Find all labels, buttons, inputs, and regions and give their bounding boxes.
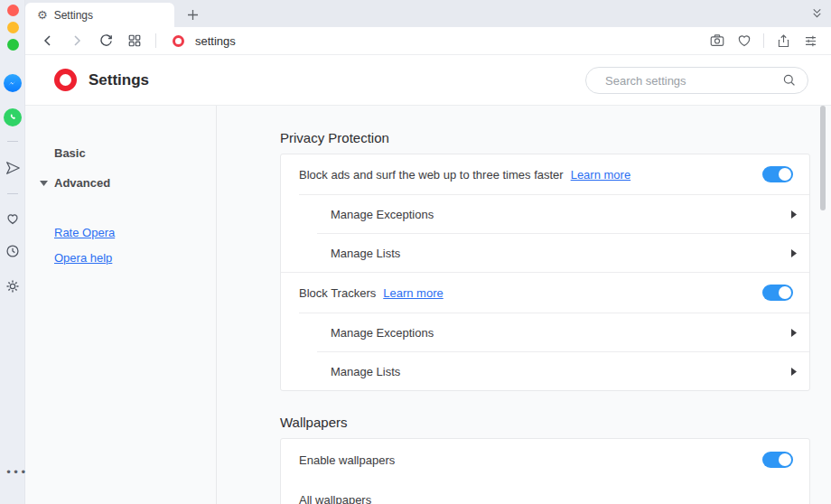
rail-divider xyxy=(7,193,18,194)
manage-lists-label: Manage Lists xyxy=(331,365,400,378)
chevron-down-icon xyxy=(40,181,48,186)
share-icon[interactable] xyxy=(771,29,795,52)
block-ads-toggle[interactable] xyxy=(762,166,793,182)
window-minimize-button[interactable] xyxy=(7,22,19,33)
toolbar-divider xyxy=(763,33,764,48)
my-flow-paper-plane-icon[interactable] xyxy=(4,159,22,177)
sidebar-rail: ••• xyxy=(0,0,25,504)
whatsapp-icon[interactable] xyxy=(4,108,22,126)
settings-nav: Basic Advanced Rate Opera Opera help xyxy=(25,106,217,504)
all-wallpapers-label: All wallpapers xyxy=(281,481,809,504)
search-icon[interactable] xyxy=(782,73,797,88)
tab-tiles-grid-icon[interactable] xyxy=(123,29,146,52)
settings-main: Privacy Protection Block ads and surf th… xyxy=(217,106,831,504)
easy-setup-sliders-icon[interactable] xyxy=(798,29,822,52)
block-ads-row: Block ads and surf the web up to three t… xyxy=(281,154,809,194)
address-opera-icon xyxy=(173,35,184,47)
history-clock-icon[interactable] xyxy=(4,242,22,260)
wallpapers-heading: Wallpapers xyxy=(280,415,810,430)
rate-opera-link[interactable]: Rate Opera xyxy=(54,226,115,239)
browser-toolbar: settings xyxy=(25,27,831,55)
new-tab-button[interactable] xyxy=(181,3,204,26)
page-title: Settings xyxy=(89,71,149,89)
more-ellipsis-icon[interactable]: ••• xyxy=(5,466,27,479)
manage-exceptions-row[interactable]: Manage Exceptions xyxy=(281,195,809,233)
reload-button[interactable] xyxy=(94,29,117,52)
nav-item-basic[interactable]: Basic xyxy=(54,146,86,160)
tab-menu-chevrons-icon[interactable] xyxy=(810,6,824,20)
rail-divider xyxy=(7,141,18,142)
chevron-right-icon xyxy=(791,329,797,337)
block-ads-label: Block ads and surf the web up to three t… xyxy=(299,168,564,182)
block-trackers-learn-more-link[interactable]: Learn more xyxy=(383,286,443,300)
opera-help-link[interactable]: Opera help xyxy=(54,251,112,265)
nav-item-advanced[interactable]: Advanced xyxy=(54,176,110,190)
messenger-icon[interactable] xyxy=(4,74,22,92)
privacy-protection-card: Block ads and surf the web up to three t… xyxy=(280,154,810,391)
block-trackers-toggle[interactable] xyxy=(762,285,793,301)
chevron-right-icon xyxy=(791,210,797,219)
block-trackers-row: Block Trackers Learn more xyxy=(281,273,809,313)
favorites-heart-icon[interactable] xyxy=(733,29,756,52)
address-bar-text[interactable]: settings xyxy=(195,34,236,48)
snapshot-camera-icon[interactable] xyxy=(705,29,729,52)
block-ads-learn-more-link[interactable]: Learn more xyxy=(571,168,630,182)
bookmarks-heart-icon[interactable] xyxy=(4,210,22,228)
block-trackers-label: Block Trackers xyxy=(299,286,376,300)
search-settings-input[interactable] xyxy=(586,74,782,88)
manage-lists-row[interactable]: Manage Lists xyxy=(281,234,809,272)
scrollbar-thumb[interactable] xyxy=(820,106,826,210)
forward-button[interactable] xyxy=(65,29,89,52)
settings-gear-icon[interactable] xyxy=(4,277,22,295)
manage-lists-row[interactable]: Manage Lists xyxy=(281,352,809,390)
enable-wallpapers-label: Enable wallpapers xyxy=(299,453,395,467)
wallpapers-card: Enable wallpapers All wallpapers xyxy=(280,438,810,504)
manage-exceptions-row[interactable]: Manage Exceptions xyxy=(281,313,809,351)
privacy-protection-heading: Privacy Protection xyxy=(280,130,810,145)
window-close-button[interactable] xyxy=(7,5,19,16)
enable-wallpapers-row: Enable wallpapers xyxy=(281,439,809,481)
search-settings-box[interactable] xyxy=(585,67,808,94)
settings-content: Basic Advanced Rate Opera Opera help Pri… xyxy=(25,106,831,504)
settings-header: Settings xyxy=(25,55,831,106)
tab-settings[interactable]: ⚙ Settings xyxy=(25,3,174,27)
tab-strip: ⚙ Settings xyxy=(25,0,831,27)
window-zoom-button[interactable] xyxy=(7,39,19,51)
manage-lists-label: Manage Lists xyxy=(331,247,400,260)
tab-gear-icon: ⚙ xyxy=(37,9,48,21)
enable-wallpapers-toggle[interactable] xyxy=(762,452,793,468)
back-button[interactable] xyxy=(36,29,60,52)
tab-title: Settings xyxy=(54,9,93,22)
chevron-right-icon xyxy=(791,368,797,376)
manage-exceptions-label: Manage Exceptions xyxy=(331,326,434,340)
manage-exceptions-label: Manage Exceptions xyxy=(331,208,434,221)
chevron-right-icon xyxy=(791,249,797,257)
toolbar-divider xyxy=(155,33,156,48)
opera-logo xyxy=(54,69,77,91)
